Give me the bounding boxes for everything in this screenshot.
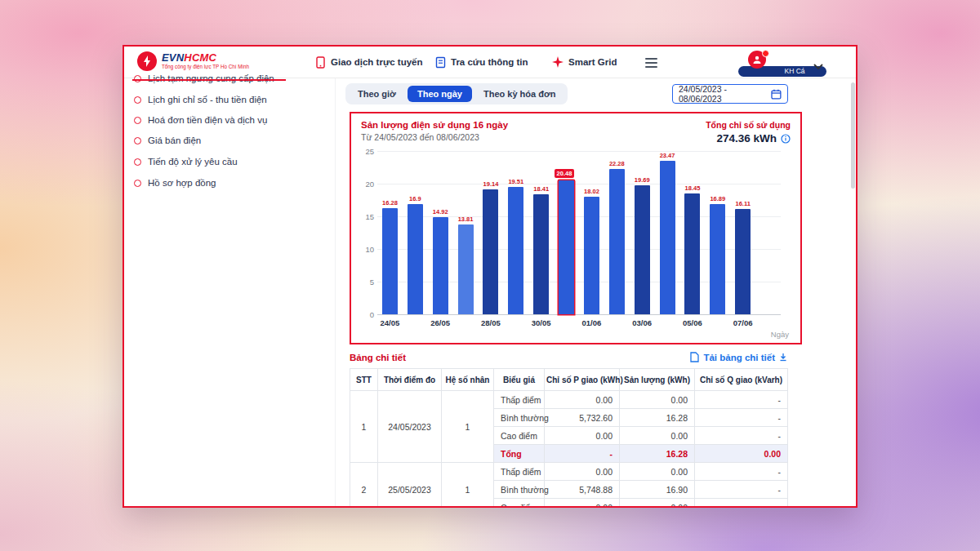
gridline — [377, 151, 781, 152]
bar-06/06[interactable] — [710, 204, 725, 314]
radio-bullet-icon — [134, 75, 141, 82]
sidebar-item[interactable]: Lịch ghi chỉ số - thu tiền điện — [134, 95, 267, 104]
table-title: Bảng chi tiết — [350, 353, 406, 362]
chart-subtitle: Từ 24/05/2023 đến 08/06/2023 — [361, 132, 508, 142]
sidebar: Lịch tạm ngưng cung cấp điệnLịch ghi chỉ… — [124, 47, 335, 506]
scrollbar[interactable] — [851, 82, 855, 189]
bar-03/06[interactable] — [635, 185, 650, 314]
person-icon — [752, 55, 762, 64]
bar-value-label: 18.02 — [577, 188, 605, 195]
total-usage-label: Tổng chỉ số sử dụng — [706, 120, 791, 130]
tier-cell: Cao điểm — [494, 499, 545, 509]
sidebar-item[interactable]: Lịch tạm ngưng cung cấp điện — [134, 73, 274, 83]
view-tabs: Theo giờ Theo ngày Theo kỳ hóa đơn — [345, 83, 568, 104]
p-giao-cell: 5,732.60 — [545, 409, 620, 427]
q-giao-cell: - — [695, 499, 788, 509]
p-giao-cell: 0.00 — [545, 499, 620, 509]
bar-value-label: 19.69 — [628, 176, 656, 184]
x-axis-label: 28/05 — [474, 318, 507, 327]
radio-bullet-icon — [134, 180, 141, 187]
bar-25/05[interactable] — [408, 204, 423, 314]
san-luong-cell: 0.00 — [620, 499, 695, 509]
table-row: 225/05/20231Thấp điểm0.000.00- — [350, 463, 788, 481]
tab-theo-ky-hoa-don[interactable]: Theo kỳ hóa đơn — [474, 86, 566, 102]
sidebar-item[interactable]: Hồ sơ hợp đồng — [134, 178, 216, 188]
document-search-icon — [435, 56, 446, 69]
column-header: Biểu giá — [494, 369, 545, 391]
x-axis-label: 03/06 — [626, 318, 658, 327]
y-axis-label: 5 — [353, 278, 374, 287]
sidebar-item[interactable]: Giá bán điện — [134, 136, 201, 145]
y-axis-label: 0 — [353, 310, 374, 319]
bar-value-label: 16.28 — [376, 199, 403, 207]
bar-value-label: 16.11 — [729, 200, 757, 207]
bar-28/05[interactable] — [483, 189, 498, 314]
sidebar-item[interactable]: Hoá đơn tiền điện và dịch vụ — [134, 115, 267, 125]
bar-02/06[interactable] — [609, 169, 625, 314]
bar-04/06[interactable] — [660, 161, 675, 314]
sidebar-item-label: Lịch ghi chỉ số - thu tiền điện — [148, 95, 267, 104]
san-luong-cell: 16.28 — [620, 409, 695, 427]
download-link[interactable]: Tải bảng chi tiết — [690, 352, 787, 362]
bar-value-label: 20.48 — [555, 169, 575, 178]
app-window: EVNHCMC Tổng công ty điện lực TP Hồ Chí … — [122, 45, 858, 508]
nav-smart-grid[interactable]: Smart Grid — [552, 47, 617, 78]
p-giao-cell: 0.00 — [545, 391, 620, 409]
date-range-picker[interactable]: 24/05/2023 - 08/06/2023 — [672, 84, 788, 104]
bar-30/05[interactable] — [533, 194, 549, 314]
nav-tra-cuu-thong-tin[interactable]: Tra cứu thông tin — [435, 47, 528, 78]
detail-table: STTThời điểm đoHệ số nhânBiểu giáChỉ số … — [350, 368, 788, 508]
sidebar-item[interactable]: Tiến độ xử lý yêu cầu — [134, 157, 238, 167]
chevron-down-icon[interactable] — [813, 59, 823, 73]
menu-icon[interactable] — [645, 58, 657, 68]
download-arrow-icon — [779, 353, 787, 362]
date-cell: 24/05/2023 — [378, 391, 442, 463]
bar-value-label: 18.45 — [679, 184, 706, 192]
bar-value-label: 14.92 — [426, 208, 454, 216]
chart-title: Sản lượng điện sử dụng 16 ngày — [361, 120, 508, 130]
bar-value-label: 16.89 — [704, 195, 732, 202]
bar-26/05[interactable] — [433, 217, 448, 314]
san-luong-cell: 0.00 — [620, 391, 695, 409]
factor-cell: 1 — [442, 391, 494, 463]
column-header: STT — [350, 369, 378, 391]
y-axis-label: 10 — [353, 245, 374, 254]
q-giao-cell: - — [695, 427, 788, 445]
bar-05/06[interactable] — [684, 193, 700, 314]
x-axis-label: 05/06 — [676, 318, 709, 327]
bar-07/06[interactable] — [735, 209, 751, 314]
san-luong-cell: 0.00 — [620, 427, 695, 445]
x-axis-label: 24/05 — [373, 318, 406, 327]
sidebar-item-label: Hồ sơ hợp đồng — [148, 178, 216, 188]
san-luong-cell: 16.90 — [620, 481, 695, 499]
date-range-value: 24/05/2023 - 08/06/2023 — [679, 84, 771, 104]
sidebar-active-underline — [132, 79, 286, 81]
p-giao-cell: - — [545, 445, 620, 463]
total-usage-value: 274.36 kWh — [716, 132, 777, 144]
bar-01/06[interactable] — [584, 197, 599, 314]
table-section-header: Bảng chi tiết Tải bảng chi tiết — [350, 352, 787, 362]
bar-29/05[interactable] — [508, 187, 523, 314]
q-giao-cell: 0.00 — [695, 445, 788, 463]
bar-value-label: 23.47 — [653, 152, 681, 159]
tier-cell: Tổng — [494, 445, 545, 463]
nav-label: Tra cứu thông tin — [451, 57, 528, 67]
radio-bullet-icon — [134, 158, 141, 166]
bar-31/05[interactable] — [559, 180, 574, 314]
tab-theo-gio[interactable]: Theo giờ — [348, 86, 406, 102]
bar-value-label: 19.51 — [502, 178, 530, 185]
bar-value-label: 22.28 — [603, 160, 630, 167]
sidebar-item-label: Lịch tạm ngưng cung cấp điện — [148, 73, 274, 83]
tab-theo-ngay[interactable]: Theo ngày — [408, 86, 472, 102]
nav-label: Smart Grid — [568, 57, 617, 67]
nav-label: Giao dịch trực tuyến — [331, 57, 422, 67]
file-icon — [690, 352, 699, 362]
bar-27/05[interactable] — [458, 224, 474, 314]
chart-panel: Sản lượng điện sử dụng 16 ngày Từ 24/05/… — [350, 112, 802, 344]
notification-badge — [762, 50, 769, 57]
bar-24/05[interactable] — [382, 208, 398, 314]
info-icon[interactable] — [781, 134, 791, 144]
table-header-row: STTThời điểm đoHệ số nhânBiểu giáChỉ số … — [350, 369, 788, 391]
tier-cell: Cao điểm — [494, 427, 545, 445]
sidebar-item-label: Giá bán điện — [148, 136, 201, 145]
